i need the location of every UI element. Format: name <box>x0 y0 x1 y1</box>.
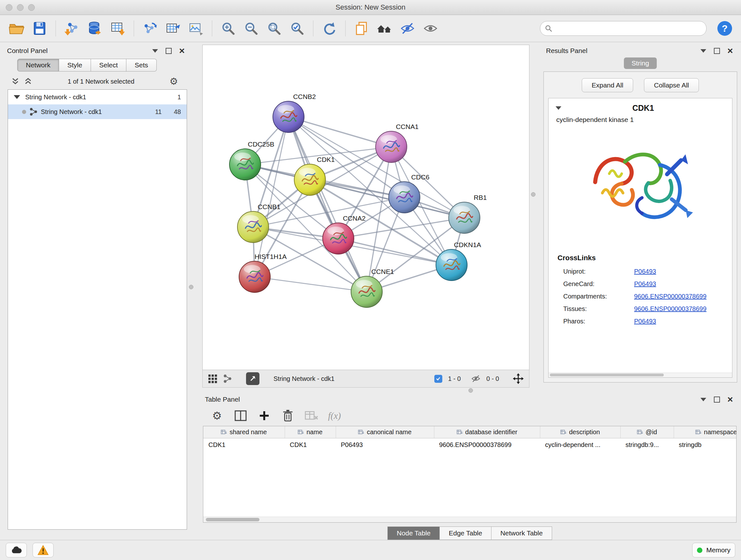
network-node-ccnb2[interactable]: CCNB2 <box>273 93 316 132</box>
refresh-button[interactable] <box>319 18 340 39</box>
delete-column-button[interactable] <box>281 409 295 423</box>
close-panel-button[interactable]: × <box>178 47 186 55</box>
network-node-rb1[interactable]: RB1 <box>449 194 487 233</box>
network-node-cdk1[interactable]: CDK1 <box>294 156 335 195</box>
column-header-name[interactable]: name <box>285 426 336 438</box>
results-horizontal-scrollbar[interactable] <box>549 373 732 377</box>
float-panel-button[interactable] <box>164 47 173 55</box>
export-image-button[interactable] <box>186 18 206 39</box>
import-network-file-button[interactable] <box>62 18 82 39</box>
table-cell[interactable]: stringdb <box>674 438 736 452</box>
collapse-all-button[interactable]: Collapse All <box>644 78 699 92</box>
hide-selected-button[interactable] <box>397 18 418 39</box>
show-all-button[interactable] <box>420 18 441 39</box>
collapse-panel-button[interactable] <box>699 395 708 403</box>
search-field[interactable] <box>540 21 706 36</box>
network-tree-child-row[interactable]: String Network - cdk1 11 48 <box>8 105 187 119</box>
copy-button[interactable] <box>351 18 372 39</box>
crosslink-link[interactable]: P06493 <box>634 318 656 325</box>
import-table-button[interactable] <box>108 18 128 39</box>
tab-select[interactable]: Select <box>91 59 126 71</box>
network-graph[interactable]: CCNB2CCNA1CDC25BCDK1CDC6RB1CCNB1CCNA2CDK… <box>203 45 529 370</box>
crosslink-link[interactable]: 9606.ENSP00000378699 <box>634 305 706 313</box>
cloud-status-button[interactable] <box>6 543 27 557</box>
network-tree-root-row[interactable]: String Network - cdk1 1 <box>8 90 187 105</box>
table-horizontal-scrollbar[interactable] <box>203 516 736 522</box>
save-session-button[interactable] <box>29 18 50 39</box>
close-window-button[interactable] <box>6 4 12 11</box>
hidden-eye-icon[interactable] <box>471 374 481 383</box>
open-session-button[interactable] <box>6 18 27 39</box>
column-header-namespace[interactable]: namespace <box>674 426 736 438</box>
table-cell[interactable]: 9606.ENSP00000378699 <box>434 438 540 452</box>
function-builder-button[interactable]: f(x) <box>328 411 341 421</box>
selected-checkbox-icon[interactable] <box>434 375 442 383</box>
float-panel-button[interactable] <box>712 47 721 55</box>
table-cell[interactable]: cyclin-dependent ... <box>540 438 620 452</box>
grid-view-icon[interactable] <box>208 374 217 383</box>
crosslink-link[interactable]: P06493 <box>634 268 656 275</box>
splitter-handle[interactable] <box>468 388 473 393</box>
tab-style[interactable]: Style <box>59 59 91 71</box>
open-in-window-button[interactable] <box>246 372 259 385</box>
network-share-icon[interactable] <box>223 374 232 383</box>
delete-table-button[interactable] <box>305 409 319 423</box>
tab-network-table[interactable]: Network Table <box>491 526 552 540</box>
network-edge[interactable] <box>288 117 367 292</box>
collapse-panel-button[interactable] <box>699 47 708 55</box>
scrollbar-thumb[interactable] <box>550 374 664 376</box>
network-node-hist1h1a[interactable]: HIST1H1A <box>239 253 286 293</box>
help-button[interactable]: ? <box>718 21 732 36</box>
search-input[interactable] <box>556 24 702 33</box>
zoom-in-button[interactable] <box>218 18 239 39</box>
network-edge[interactable] <box>255 277 367 292</box>
zoom-window-button[interactable] <box>28 4 35 11</box>
close-panel-button[interactable]: × <box>726 395 735 403</box>
expand-all-button[interactable]: Expand All <box>582 78 633 92</box>
gear-icon[interactable]: ⚙ <box>170 77 178 86</box>
network-edge[interactable] <box>288 117 391 147</box>
home-button[interactable] <box>374 18 395 39</box>
zoom-selected-button[interactable] <box>287 18 307 39</box>
memory-button[interactable]: Memory <box>692 543 735 557</box>
network-canvas[interactable]: CCNB2CCNA1CDC25BCDK1CDC6RB1CCNB1CCNA2CDK… <box>202 45 529 370</box>
network-edge[interactable] <box>338 239 452 265</box>
table-cell[interactable]: CDK1 <box>203 438 285 452</box>
tab-node-table[interactable]: Node Table <box>387 526 440 540</box>
table-cell[interactable]: P06493 <box>336 438 434 452</box>
column-header-database-identifier[interactable]: database identifier <box>434 426 540 438</box>
create-column-button[interactable] <box>257 409 271 423</box>
scrollbar-thumb[interactable] <box>206 518 259 521</box>
crosslink-link[interactable]: P06493 <box>634 280 656 288</box>
export-network-button[interactable] <box>140 18 160 39</box>
column-header-shared-name[interactable]: shared name <box>203 426 285 438</box>
show-columns-button[interactable] <box>233 409 248 423</box>
warnings-button[interactable] <box>32 543 54 557</box>
expand-all-icon[interactable] <box>11 78 20 85</box>
float-panel-button[interactable] <box>712 395 721 403</box>
table-cell[interactable]: stringdb:9... <box>620 438 674 452</box>
close-panel-button[interactable]: × <box>726 47 735 55</box>
column-header-description[interactable]: description <box>540 426 620 438</box>
splitter-handle[interactable] <box>531 192 536 197</box>
export-table-button[interactable] <box>163 18 183 39</box>
collapse-panel-button[interactable] <box>151 47 159 55</box>
column-header-canonical-name[interactable]: canonical name <box>336 426 434 438</box>
tab-network[interactable]: Network <box>17 59 59 71</box>
import-network-database-button[interactable] <box>84 18 105 39</box>
minimize-window-button[interactable] <box>17 4 23 11</box>
network-node-ccna1[interactable]: CCNA1 <box>376 123 419 163</box>
zoom-fit-button[interactable] <box>264 18 284 39</box>
network-node-cdc25b[interactable]: CDC25B <box>229 140 274 180</box>
column-header--id[interactable]: @id <box>620 426 674 438</box>
table-options-button[interactable]: ⚙ <box>210 409 224 423</box>
tab-edge-table[interactable]: Edge Table <box>440 526 491 540</box>
birds-eye-toggle-icon[interactable] <box>513 373 524 384</box>
zoom-out-button[interactable] <box>241 18 261 39</box>
tree-expand-caret-icon[interactable] <box>14 95 20 99</box>
table-row[interactable]: CDK1CDK1P064939606.ENSP00000378699cyclin… <box>203 438 736 452</box>
tab-string[interactable]: String <box>624 57 657 69</box>
crosslink-link[interactable]: 9606.ENSP00000378699 <box>634 293 706 300</box>
collapse-all-icon[interactable] <box>23 78 32 85</box>
table-cell[interactable]: CDK1 <box>285 438 336 452</box>
